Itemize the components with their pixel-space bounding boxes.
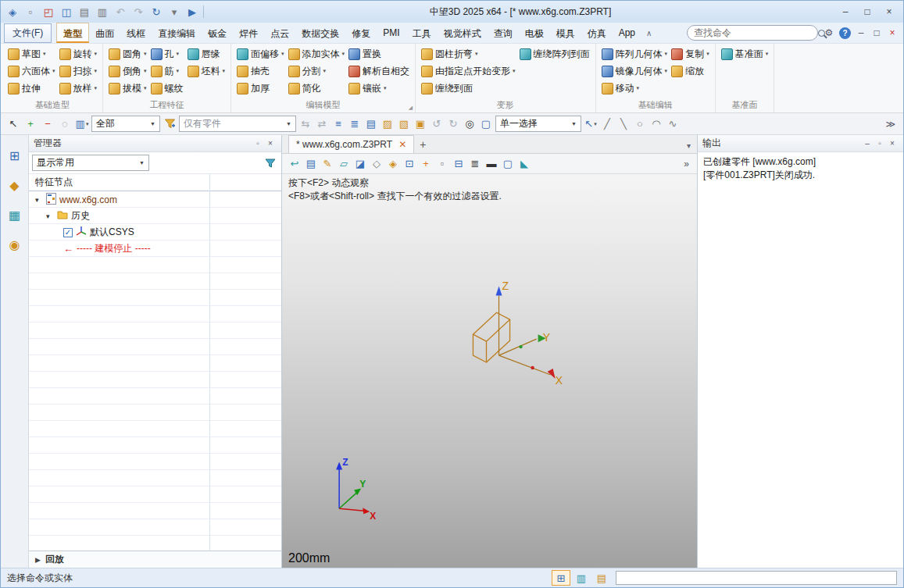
wrap-pattern-to-face-button[interactable]: 缠绕阵列到面 (518, 45, 591, 62)
dropdown-arrow-icon[interactable]: ▾ (86, 121, 89, 127)
command-search-input[interactable] (694, 27, 815, 38)
grid-toggle-icon[interactable]: ⊞ (552, 570, 570, 586)
spline-tool-icon[interactable]: ∿ (665, 116, 681, 132)
dropdown-arrow-icon[interactable]: ▾ (95, 68, 98, 74)
circle-tool-icon[interactable]: ○ (632, 116, 648, 132)
lip-button[interactable]: 唇缘 (186, 45, 227, 62)
move-button[interactable]: 移动▾ (600, 80, 670, 97)
arc-tool-icon[interactable]: ◠ (649, 116, 664, 132)
canvas-background-icon[interactable]: ▢ (500, 156, 516, 172)
dropdown-arrow-icon[interactable]: ▾ (513, 68, 516, 74)
thread-button[interactable]: 螺纹 (149, 80, 185, 97)
dropdown-arrow-icon[interactable]: ▾ (177, 51, 180, 57)
fillet-button[interactable]: 圆角▾ (107, 45, 148, 62)
tab-app[interactable]: App (613, 23, 641, 43)
remove-selection-icon[interactable]: − (40, 116, 55, 132)
dropdown-arrow-icon[interactable]: ▾ (95, 85, 98, 91)
minimize-panel-icon[interactable]: – (861, 137, 874, 150)
mirror-geometry-button[interactable]: 镜像几何体▾ (600, 62, 670, 80)
scope-filter-dropdown[interactable]: 仅有零件▼ (179, 116, 296, 132)
history-stop-arrow-icon[interactable]: ← (63, 243, 73, 255)
tab-electrode[interactable]: 电极 (519, 23, 550, 43)
new-file-icon[interactable]: ▫ (22, 3, 39, 20)
extrude-button[interactable]: 拉伸 (6, 80, 57, 97)
layer-icon[interactable]: ▤ (303, 156, 319, 172)
polyline-tool-icon[interactable]: ╲ (616, 116, 631, 132)
dialog-launcher-icon[interactable]: ◢ (409, 102, 413, 113)
user-tab-icon[interactable]: ◉ (5, 235, 24, 254)
render-tab-icon[interactable]: ▦ (5, 205, 24, 224)
dropdown-arrow-icon[interactable]: ▾ (52, 68, 55, 74)
tab-pmi[interactable]: PMI (377, 23, 406, 43)
origin-target-icon[interactable]: + (418, 156, 434, 172)
quick-access-dropdown-icon[interactable]: ▾ (166, 3, 183, 20)
tab-shape[interactable]: 造型 (56, 23, 89, 43)
thicken-button[interactable]: 加厚 (235, 80, 286, 97)
pick-arrow-icon[interactable]: ↖▾ (583, 116, 598, 132)
datum-plane-icon[interactable]: ▱ (336, 156, 352, 172)
sketch-button[interactable]: 草图▾ (6, 45, 57, 62)
box-button[interactable]: 六面体▾ (6, 62, 57, 80)
surface-icon[interactable]: ◪ (352, 156, 368, 172)
stock-button[interactable]: 坯料▾ (186, 62, 227, 80)
table-view-icon[interactable]: ▤ (363, 116, 379, 132)
undo-icon[interactable]: ↶ (112, 3, 129, 20)
wrap-to-face-button[interactable]: 缠绕到面 (420, 80, 517, 97)
regen-icon[interactable]: ↻ (148, 3, 165, 20)
float-panel-icon[interactable]: ▫ (252, 137, 264, 150)
section-view-icon[interactable]: ⊟ (451, 156, 466, 172)
close-window-icon[interactable]: × (884, 25, 900, 41)
dropdown-arrow-icon[interactable]: ▾ (323, 68, 327, 74)
tab-weldment[interactable]: 焊件 (233, 23, 264, 43)
redo-icon[interactable]: ↷ (130, 3, 147, 20)
keyboard-toggle-icon[interactable]: ▤ (592, 570, 611, 586)
tab-list-icon[interactable]: ▾ (687, 141, 697, 153)
line-tool-icon[interactable]: ╱ (599, 116, 615, 132)
toolbar-overflow-icon[interactable]: ≫ (882, 119, 899, 130)
dropdown-arrow-icon[interactable]: ▾ (665, 51, 668, 57)
add-shape-button[interactable]: 添加实体▾ (287, 45, 347, 62)
dropdown-arrow-icon[interactable]: ▾ (384, 85, 387, 91)
filter-columns-icon[interactable]: ▥▾ (74, 116, 90, 132)
expander-icon[interactable]: ▾ (35, 196, 43, 204)
dropdown-arrow-icon[interactable]: ▾ (706, 51, 709, 57)
frame-icon[interactable]: ▫ (434, 156, 450, 172)
copy-button[interactable]: 复制▾ (670, 45, 711, 62)
tree-row-history-stop[interactable]: ← ----- 建模停止 ----- (29, 241, 281, 257)
tab-visual-style[interactable]: 视觉样式 (438, 23, 488, 43)
dropdown-arrow-icon[interactable]: ▾ (342, 51, 345, 57)
selection-filter-funnel-icon[interactable] (162, 116, 177, 132)
restore-window-icon[interactable]: □ (869, 25, 884, 41)
run-icon[interactable]: ▶ (184, 3, 201, 20)
open-folder-icon[interactable]: ▨ (380, 116, 395, 132)
list-view-icon[interactable]: ≡ (331, 116, 346, 132)
thick-line-icon[interactable]: ▬ (484, 156, 499, 172)
part-tab-icon[interactable]: ◆ (5, 176, 24, 194)
float-panel-icon[interactable]: ▫ (874, 137, 886, 150)
open-file-icon[interactable]: ◰ (40, 3, 57, 20)
replace-button[interactable]: 置换 (347, 45, 411, 62)
tree-row-csys[interactable]: ✓ 默认CSYS (29, 224, 281, 241)
resolve-self-intersection-button[interactable]: 解析自相交 (347, 62, 411, 80)
inlay-button[interactable]: 镶嵌▾ (347, 80, 411, 97)
divide-button[interactable]: 分割▾ (287, 62, 347, 80)
component-icon[interactable]: ▣ (413, 116, 428, 132)
visibility-checkbox[interactable]: ✓ (63, 228, 73, 237)
tab-inquire[interactable]: 查询 (488, 23, 519, 43)
redo-view-icon[interactable]: ↻ (445, 116, 461, 132)
view-toolbar-overflow-icon[interactable]: » (681, 159, 692, 169)
pen-icon[interactable]: ✎ (320, 156, 335, 172)
dropdown-arrow-icon[interactable]: ▾ (665, 68, 668, 74)
search-icon[interactable] (818, 30, 825, 37)
layers-stack-icon[interactable]: ≣ (467, 156, 483, 172)
tab-sheet-metal[interactable]: 钣金 (202, 23, 233, 43)
tree-row-root[interactable]: ▾ www.x6g.com (29, 191, 281, 208)
minimize-window-icon[interactable]: – (853, 25, 869, 41)
tree-filter-funnel-icon[interactable] (263, 155, 278, 171)
revolve-button[interactable]: 旋转▾ (58, 45, 99, 62)
library-icon[interactable]: ▧ (396, 116, 412, 132)
document-tab[interactable]: * www.x6g.com.Z3PRT ✕ (288, 135, 414, 153)
shell-button[interactable]: 抽壳 (235, 62, 286, 80)
tab-surface[interactable]: 曲面 (89, 23, 120, 43)
add-selection-icon[interactable]: + (23, 116, 38, 132)
